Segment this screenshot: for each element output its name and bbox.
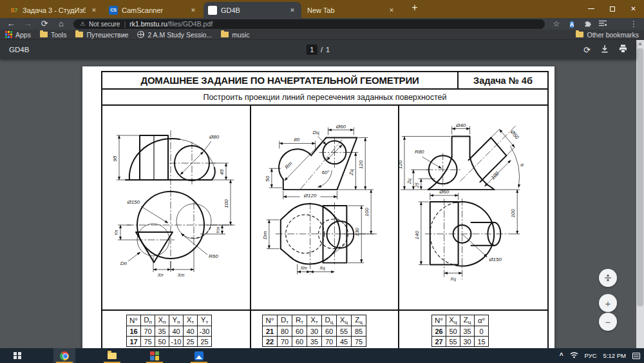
cell: 27 bbox=[432, 337, 446, 347]
worksheet-title: ДОМАШНЕЕ ЗАДАНИЕ ПО НАЧЕРТАТЕЛЬНОЙ ГЕОМЕ… bbox=[102, 72, 457, 88]
bookmark-star-icon[interactable]: ☆ bbox=[550, 19, 563, 28]
close-tab-icon[interactable]: ✕ bbox=[288, 6, 297, 15]
not-secure-warning-icon[interactable]: ⚠ bbox=[80, 21, 85, 27]
download-icon[interactable] bbox=[601, 44, 609, 55]
close-window-button[interactable]: ✕ bbox=[623, 0, 644, 17]
header-main: N° bbox=[435, 317, 443, 324]
dim-label: Ø80 bbox=[209, 134, 220, 140]
zoom-out-button[interactable]: − bbox=[599, 313, 617, 331]
language-indicator[interactable]: РУС bbox=[585, 352, 597, 359]
hidden-icons-chevron[interactable]: ^ bbox=[560, 352, 564, 359]
cell: 70 bbox=[278, 337, 292, 347]
wifi-icon[interactable] bbox=[570, 351, 578, 360]
start-button[interactable] bbox=[6, 348, 28, 363]
col-header: Xт bbox=[184, 315, 198, 326]
col-header: Dц bbox=[322, 315, 337, 326]
other-bookmarks[interactable]: Other bookmarks bbox=[576, 31, 639, 39]
cell: 17 bbox=[127, 337, 141, 347]
clock[interactable]: 5:12 PM bbox=[603, 352, 626, 359]
dim-label: 60° bbox=[322, 170, 330, 175]
minimize-button[interactable] bbox=[580, 0, 601, 17]
header-main: X bbox=[158, 316, 163, 324]
scroll-up-arrow[interactable] bbox=[638, 42, 642, 45]
dim-label: Ø150 bbox=[126, 199, 140, 205]
dim-label: Ø150 bbox=[488, 257, 502, 262]
rotate-icon[interactable]: ⟳ bbox=[583, 45, 591, 55]
bookmark-label: 2 A.M Study Sessio... bbox=[147, 31, 212, 39]
cell: 30 bbox=[307, 326, 322, 337]
header-main: D bbox=[325, 316, 330, 324]
reload-icon[interactable]: ⟳ bbox=[37, 18, 52, 30]
cell: 50 bbox=[446, 326, 460, 337]
bookmark-folder-music[interactable]: music bbox=[221, 31, 249, 39]
tab-gd4b-active[interactable]: GD4B ✕ bbox=[204, 2, 301, 18]
taskbar-photos[interactable] bbox=[188, 348, 210, 363]
tab-new-tab[interactable]: New Tab ✕ bbox=[303, 2, 401, 18]
worksheet-frame: ДОМАШНЕЕ ЗАДАНИЕ ПО НАЧЕРТАТЕЛЬНОЙ ГЕОМЕ… bbox=[101, 71, 549, 363]
back-icon[interactable]: ← bbox=[4, 18, 18, 30]
table-row: 22706035704575 bbox=[263, 337, 366, 347]
col-header: Dп bbox=[141, 315, 155, 326]
dim-label: 140 bbox=[414, 231, 420, 240]
bookmark-folder-tools[interactable]: Tools bbox=[40, 31, 67, 39]
header-main: Y bbox=[201, 316, 206, 324]
total-pages: 1 bbox=[326, 46, 330, 54]
taskbar-chrome[interactable] bbox=[53, 348, 75, 363]
col-header: N° bbox=[127, 315, 141, 326]
header-subscript: ц bbox=[468, 319, 471, 325]
cell: 60 bbox=[292, 337, 307, 347]
cell: 50 bbox=[155, 337, 169, 347]
table-header-row: N°DтRтXтDцXцZц bbox=[263, 315, 366, 326]
header-subscript: т bbox=[286, 319, 289, 325]
cell: 22 bbox=[263, 337, 278, 347]
header-subscript: т bbox=[206, 319, 209, 325]
taskbar-app-mosaic[interactable] bbox=[144, 348, 166, 363]
pdf-viewer[interactable]: ДОМАШНЕЕ ЗАДАНИЕ ПО НАЧЕРТАТЕЛЬНОЙ ГЕОМЕ… bbox=[0, 40, 636, 363]
pdf-actions: ⟳ bbox=[583, 44, 627, 55]
windows-taskbar: ^ РУС 5:12 PM bbox=[0, 348, 644, 363]
close-tab-icon[interactable]: ✕ bbox=[189, 6, 198, 15]
address-bar[interactable]: ⚠ Not secure | rk1.bmstu.ru/files/GD4B.p… bbox=[73, 19, 545, 29]
drawing-variant-t: 80 Ø60 Dц 50 Rт 60° Ø120 120 Zц Dт 130 bbox=[250, 106, 398, 309]
bookmark-apps[interactable]: Apps bbox=[5, 31, 31, 39]
close-tab-icon[interactable]: ✕ bbox=[90, 6, 99, 15]
current-page-input[interactable]: 1 bbox=[307, 44, 317, 55]
wifi-glyph bbox=[570, 351, 578, 358]
scrollbar[interactable] bbox=[636, 40, 644, 363]
pdf-thumbnail-favicon bbox=[208, 6, 217, 15]
header-subscript: ц bbox=[359, 319, 363, 325]
dim-label: Zц bbox=[407, 179, 412, 184]
header-main: Z bbox=[464, 316, 468, 324]
cell: 30 bbox=[460, 337, 475, 347]
translate-icon[interactable]: A bbox=[565, 19, 578, 29]
dim-label: Yп bbox=[114, 230, 118, 236]
scrollbar-thumb[interactable] bbox=[637, 48, 643, 306]
drawing-1-svg: Ø80 95 45 Ø150 100 Yт Yп R60 Dп Xп Xт bbox=[102, 106, 250, 311]
zoom-in-button[interactable]: + bbox=[599, 294, 617, 312]
dim-label: Ø120 bbox=[303, 193, 317, 199]
studizba-favicon: S7 bbox=[10, 6, 19, 15]
bookmark-label: Tools bbox=[51, 31, 67, 39]
bookmark-folder-travel[interactable]: Путешествие bbox=[75, 31, 128, 39]
taskbar-file-explorer[interactable] bbox=[101, 348, 123, 363]
tab-studizba[interactable]: S7 Задача 3 - СтудИзба - студенчес ✕ bbox=[5, 2, 103, 18]
bookmark-study-session[interactable]: 2 A.M Study Sessio... bbox=[137, 31, 212, 39]
close-tab-icon[interactable]: ✕ bbox=[387, 6, 396, 15]
new-tab-button[interactable]: + bbox=[407, 2, 422, 14]
media-list-icon[interactable] bbox=[596, 19, 609, 28]
puzzle-glyph bbox=[583, 19, 591, 27]
tab-title: Задача 3 - СтудИзба - студенчес bbox=[23, 6, 86, 14]
variants-table-1: N°DпXпYпXтYт1670354040-30177550-102525 bbox=[126, 315, 212, 347]
fit-to-page-button[interactable] bbox=[599, 269, 617, 287]
menu-kebab-icon[interactable]: ⋮ bbox=[627, 19, 640, 28]
home-icon[interactable]: ⌂ bbox=[54, 18, 68, 30]
tab-camscanner[interactable]: CS CamScanner ✕ bbox=[104, 2, 202, 18]
print-icon[interactable] bbox=[619, 44, 627, 55]
mosaic-app-icon bbox=[150, 351, 159, 360]
cell: 25 bbox=[198, 337, 212, 347]
action-center-icon[interactable] bbox=[632, 353, 640, 359]
forward-icon[interactable]: → bbox=[21, 18, 35, 30]
maximize-button[interactable] bbox=[601, 0, 623, 17]
dim-label: α bbox=[520, 162, 524, 168]
extensions-puzzle-icon[interactable] bbox=[581, 19, 594, 29]
